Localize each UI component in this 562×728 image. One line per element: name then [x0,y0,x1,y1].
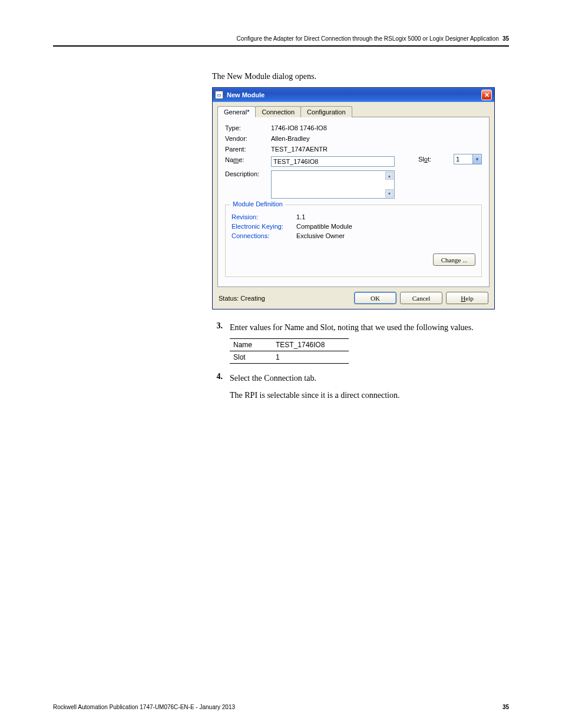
cancel-button[interactable]: Cancel [400,292,442,304]
name-label: Name: [225,156,271,163]
slot-select[interactable]: 1 ▼ [454,154,482,164]
app-icon: ▭ [215,91,223,99]
module-definition-group: Module Definition Revision: 1.1 Electron… [225,205,482,277]
electronic-keying-label: Electronic Keying: [232,223,296,230]
table-row: Name TEST_1746IO8 [230,339,349,351]
step-4-line1: Select the Connection tab. [230,372,509,384]
type-value: 1746-IO8 1746-IO8 [271,124,327,131]
electronic-keying-value: Compatible Module [296,223,352,230]
tab-configuration[interactable]: Configuration [300,106,352,117]
module-definition-legend: Module Definition [230,200,285,207]
dialog-title: New Module [227,91,481,98]
new-module-dialog: ▭ New Module ✕ General* Connection Confi… [212,87,495,309]
connections-value: Exclusive Owner [296,232,345,239]
step-3-text: Enter values for Name and Slot, noting t… [230,321,509,334]
revision-value: 1.1 [296,213,305,220]
connections-label: Connections: [232,232,296,239]
table-cell-slot-k: Slot [230,351,272,364]
values-table: Name TEST_1746IO8 Slot 1 [230,338,349,364]
close-icon[interactable]: ✕ [481,90,492,100]
step-4-number: 4. [212,372,223,406]
description-label: Description: [225,170,271,177]
scroll-down-icon[interactable]: ▼ [385,189,394,197]
change-button[interactable]: Change ... [433,253,475,266]
vendor-label: Vendor: [225,135,271,142]
revision-label: Revision: [232,213,296,220]
chapter-title: Configure the Adapter for Direct Connect… [237,35,499,42]
slot-value: 1 [456,156,459,163]
chevron-down-icon[interactable]: ▼ [472,154,481,164]
table-cell-name-v: TEST_1746IO8 [272,339,349,351]
tabstrip: General* Connection Configuration [217,106,490,117]
table-row: Slot 1 [230,351,349,364]
scroll-up-icon[interactable]: ▲ [385,172,394,180]
tab-body-general: Type: 1746-IO8 1746-IO8 Vendor: Allen-Br… [217,117,490,287]
slot-label: Slot: [418,156,431,163]
help-button[interactable]: Help [446,292,488,304]
ok-button[interactable]: OK [354,292,396,304]
status-text: Status: Creating [219,295,265,302]
footer-page-number: 35 [503,704,509,710]
table-cell-slot-v: 1 [272,351,349,364]
tab-connection[interactable]: Connection [255,106,301,117]
header-page-number: 35 [503,35,509,42]
vendor-value: Allen-Bradley [271,135,309,142]
description-field[interactable]: ▲ ▼ [271,170,395,199]
step-4-line2: The RPI is selectable since it is a dire… [230,389,509,401]
step-3-number: 3. [212,321,223,364]
type-label: Type: [225,124,271,131]
intro-text: The New Module dialog opens. [212,70,509,83]
step-3: 3. Enter values for Name and Slot, notin… [212,321,509,364]
step-4: 4. Select the Connection tab. The RPI is… [212,372,509,406]
page-footer: Rockwell Automation Publication 1747-UM0… [53,704,509,710]
titlebar[interactable]: ▭ New Module ✕ [213,88,494,102]
publication-id: Rockwell Automation Publication 1747-UM0… [53,704,235,710]
name-field[interactable] [271,156,395,167]
page-header: Configure the Adapter for Direct Connect… [53,35,509,47]
table-cell-name-k: Name [230,339,272,351]
parent-label: Parent: [225,146,271,153]
tab-general[interactable]: General* [217,106,256,117]
parent-value: TEST_1747AENTR [271,146,328,153]
